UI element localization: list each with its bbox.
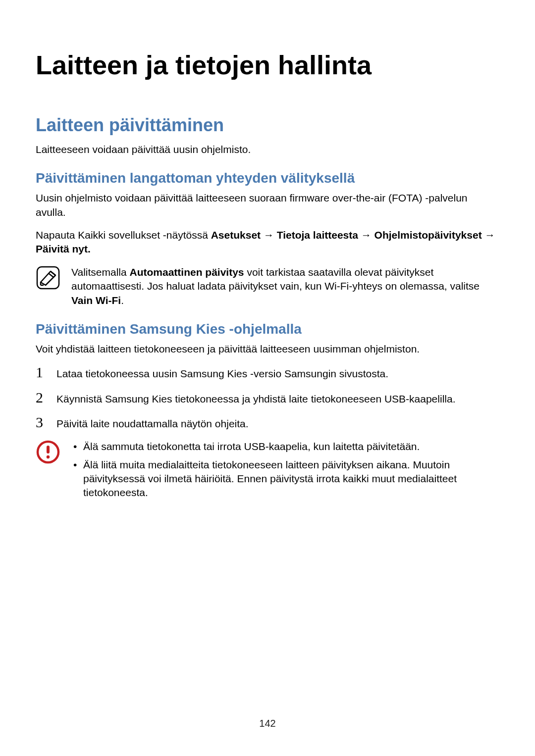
step-list: 1 Lataa tietokoneessa uusin Samsung Kies… <box>36 365 499 431</box>
option-name: Vain Wi-Fi <box>71 295 121 306</box>
text: . <box>121 295 124 306</box>
step-number: 1 <box>36 365 47 380</box>
list-item: 3 Päivitä laite noudattamalla näytön ohj… <box>36 415 499 431</box>
list-item: 2 Käynnistä Samsung Kies tietokoneessa j… <box>36 390 499 406</box>
section-intro: Laitteeseen voidaan päivittää uusin ohje… <box>36 143 499 156</box>
subsection-heading: Päivittäminen langattoman yhteyden välit… <box>36 170 499 186</box>
paragraph: Voit yhdistää laitteen tietokoneeseen ja… <box>36 342 499 356</box>
text: Valitsemalla <box>71 266 130 278</box>
subsection-heading: Päivittäminen Samsung Kies -ohjelmalla <box>36 321 499 337</box>
note-text: Valitsemalla Automaattinen päivitys voit… <box>71 265 499 307</box>
warning-text: Älä sammuta tietokonetta tai irrota USB-… <box>71 440 499 504</box>
step-number: 2 <box>36 390 47 405</box>
warning-icon <box>36 440 60 464</box>
svg-rect-6 <box>47 446 50 454</box>
step-text: Käynnistä Samsung Kies tietokoneessa ja … <box>56 392 499 406</box>
page-title: Laitteen ja tietojen hallinta <box>36 50 499 80</box>
step-text: Päivitä laite noudattamalla näytön ohjei… <box>56 417 499 431</box>
note-callout: Valitsemalla Automaattinen päivitys voit… <box>36 265 499 307</box>
warning-callout: Älä sammuta tietokonetta tai irrota USB-… <box>36 440 499 504</box>
svg-rect-0 <box>37 267 59 289</box>
svg-point-7 <box>47 455 50 458</box>
paragraph: Napauta Kaikki sovellukset -näytössä Ase… <box>36 228 499 256</box>
step-number: 3 <box>36 415 47 430</box>
list-item: 1 Lataa tietokoneessa uusin Samsung Kies… <box>36 365 499 381</box>
page-number: 142 <box>0 718 535 729</box>
text: Napauta Kaikki sovellukset -näytössä <box>36 229 211 241</box>
warning-list: Älä sammuta tietokonetta tai irrota USB-… <box>71 440 499 500</box>
note-icon <box>36 265 60 290</box>
list-item: Älä liitä muita medialaitteita tietokone… <box>71 458 499 500</box>
list-item: Älä sammuta tietokonetta tai irrota USB-… <box>71 440 499 454</box>
paragraph: Uusin ohjelmisto voidaan päivittää laitt… <box>36 191 499 219</box>
step-text: Lataa tietokoneessa uusin Samsung Kies -… <box>56 367 499 381</box>
option-name: Automaattinen päivitys <box>130 266 244 278</box>
document-page: Laitteen ja tietojen hallinta Laitteen p… <box>0 0 535 756</box>
section-heading: Laitteen päivittäminen <box>36 115 499 136</box>
